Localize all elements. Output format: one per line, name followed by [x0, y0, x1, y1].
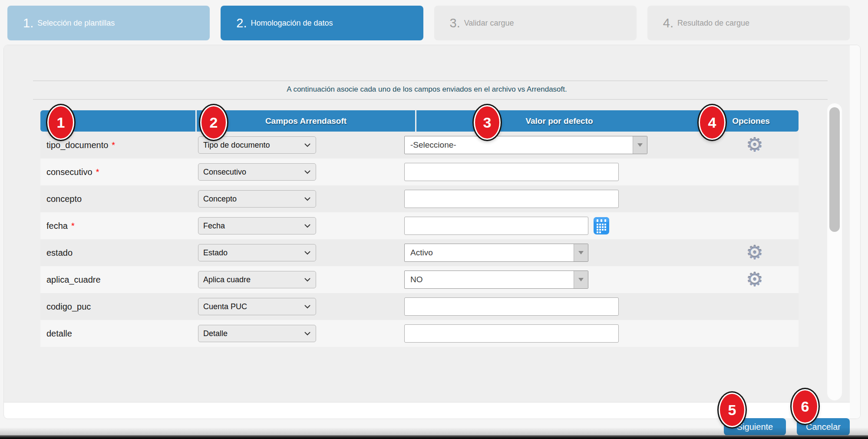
page-scroll-gutter: [850, 45, 861, 419]
default-value-input[interactable]: [404, 163, 619, 181]
required-asterisk: *: [112, 140, 115, 150]
annotation-circle-4: 4: [699, 105, 726, 140]
tab-seleccion-de-plantillas[interactable]: 1. Selección de plantillas: [7, 6, 210, 40]
mapping-panel: A continuación asocie cada uno de los ca…: [4, 45, 850, 403]
annotation-circle-2: 2: [200, 105, 227, 140]
default-value-input[interactable]: [404, 297, 619, 316]
annotation-circle-6: 6: [792, 389, 818, 424]
step-number: 3.: [450, 16, 460, 30]
selected-mapping-value: Cuenta PUC: [203, 302, 247, 311]
tab-homologacion-de-datos[interactable]: 2. Homologación de datos: [221, 6, 423, 40]
step-label: Selección de plantillas: [37, 19, 115, 28]
step-label: Resultado de cargue: [677, 19, 749, 28]
gear-icon: ⚙: [746, 135, 763, 155]
default-value-input[interactable]: [404, 190, 619, 208]
table-header: Campos Arrendasoft Valor por defecto Opc…: [40, 110, 799, 132]
table-row: codigo_puc Cuenta PUC: [40, 293, 799, 320]
default-value-select[interactable]: NO: [404, 271, 588, 289]
required-asterisk: *: [96, 167, 99, 177]
chevron-down-icon: [304, 197, 310, 201]
file-field-label: codigo_puc: [46, 302, 91, 312]
dropdown-arrow-icon: [633, 136, 647, 154]
calendar-icon[interactable]: [593, 216, 610, 236]
row-options-button[interactable]: ⚙: [744, 239, 766, 266]
file-field-label: tipo_documento: [46, 140, 108, 150]
column-header-campos-arrendasoft: Campos Arrendasoft: [197, 110, 415, 132]
selected-mapping-value: Fecha: [203, 221, 225, 231]
selected-mapping-value: Aplica cuadre: [203, 275, 251, 284]
dropdown-arrow-icon: [574, 244, 588, 261]
bottom-shadow: [0, 427, 868, 435]
chevron-down-icon: [304, 305, 310, 309]
step-label: Homologación de datos: [251, 19, 333, 28]
campos-arrendasoft-select[interactable]: Concepto: [198, 190, 316, 208]
table-row: fecha * Fecha: [40, 212, 799, 239]
selected-mapping-value: Consecutivo: [203, 168, 246, 177]
instruction-text: A continuación asocie cada uno de los ca…: [4, 85, 850, 94]
chevron-down-icon: [304, 224, 310, 228]
annotation-circle-1: 1: [47, 105, 74, 140]
file-field-label: estado: [46, 248, 73, 258]
step-number: 1.: [23, 16, 33, 30]
campos-arrendasoft-select[interactable]: Detalle: [198, 325, 316, 342]
default-value-input[interactable]: [404, 217, 588, 235]
chevron-down-icon: [304, 170, 310, 174]
chevron-down-icon: [304, 332, 310, 336]
required-asterisk: *: [71, 221, 75, 231]
annotation-circle-5: 5: [719, 393, 746, 427]
campos-arrendasoft-select[interactable]: Consecutivo: [198, 163, 316, 181]
campos-arrendasoft-select[interactable]: Aplica cuadre: [198, 271, 316, 288]
column-header-valor-por-defecto: Valor por defecto: [416, 110, 702, 132]
tab-resultado-de-cargue[interactable]: 4. Resultado de cargue: [647, 6, 850, 40]
campos-arrendasoft-select[interactable]: Fecha: [198, 217, 316, 234]
selected-mapping-value: Tipo de documento: [203, 141, 270, 150]
window-bottom-edge: [0, 435, 868, 439]
default-value-select[interactable]: Activo: [404, 244, 588, 262]
mapping-card: A continuación asocie cada uno de los ca…: [3, 45, 861, 419]
divider: [33, 99, 828, 100]
selected-default-value: NO: [405, 275, 423, 284]
table-row: concepto Concepto: [40, 185, 799, 212]
file-field-label: concepto: [46, 194, 82, 204]
table-row: estado Estado Activo ⚙: [40, 239, 799, 266]
chevron-down-icon: [304, 278, 310, 282]
default-value-select[interactable]: -Seleccione-: [404, 136, 647, 154]
table-rows: tipo_documento * Tipo de documento -Sele…: [40, 132, 799, 347]
table-row: tipo_documento * Tipo de documento -Sele…: [40, 132, 799, 158]
scrollbar-thumb[interactable]: [829, 107, 840, 232]
table-row: aplica_cuadre Aplica cuadre NO ⚙: [40, 266, 799, 293]
file-field-label: fecha: [46, 221, 68, 231]
file-field-label: aplica_cuadre: [46, 275, 101, 285]
upload-wizard-screen: 1. Selección de plantillas 2. Homologaci…: [0, 0, 868, 439]
file-field-label: detalle: [46, 329, 72, 339]
selected-default-value: -Seleccione-: [405, 140, 456, 150]
wizard-steps: 1. Selección de plantillas 2. Homologaci…: [7, 6, 850, 40]
gear-icon: ⚙: [746, 270, 763, 289]
chevron-down-icon: [304, 143, 310, 147]
scrollbar-track[interactable]: [827, 103, 842, 400]
selected-mapping-value: Estado: [203, 248, 228, 257]
row-options-button[interactable]: ⚙: [744, 132, 766, 158]
step-number: 2.: [236, 16, 247, 30]
campos-arrendasoft-select[interactable]: Cuenta PUC: [198, 298, 316, 315]
table-row: detalle Detalle: [40, 320, 799, 347]
table-row: consecutivo * Consecutivo: [40, 158, 799, 185]
gear-icon: ⚙: [746, 243, 763, 262]
divider: [33, 80, 828, 81]
annotation-circle-3: 3: [474, 105, 501, 140]
step-number: 4.: [663, 16, 673, 30]
chevron-down-icon: [304, 251, 310, 255]
row-options-button[interactable]: ⚙: [744, 266, 766, 293]
selected-mapping-value: Concepto: [203, 195, 237, 204]
campos-arrendasoft-select[interactable]: Estado: [198, 244, 316, 261]
dropdown-arrow-icon: [574, 271, 588, 288]
default-value-input[interactable]: [404, 324, 619, 343]
tab-validar-cargue[interactable]: 3. Validar cargue: [434, 6, 637, 40]
selected-mapping-value: Detalle: [203, 329, 228, 338]
file-field-label: consecutivo: [46, 167, 92, 177]
selected-default-value: Activo: [405, 248, 433, 257]
step-label: Validar cargue: [464, 19, 514, 28]
